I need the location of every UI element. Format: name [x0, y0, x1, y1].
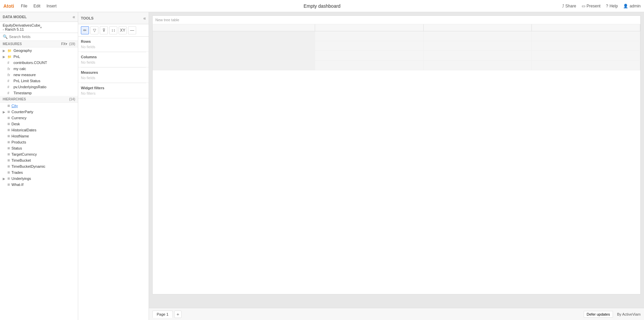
measures-fx-icon[interactable]: fx▾: [61, 42, 67, 46]
table-cell: [424, 41, 532, 51]
hierarchy-icon: ⊞: [7, 128, 10, 132]
table-cell: [532, 31, 640, 41]
hierarchy-icon: ⊞: [7, 177, 10, 180]
collapse-tools-button[interactable]: «: [143, 15, 146, 21]
tree-table: [153, 24, 640, 293]
measure-item-pnl[interactable]: ▶ 📁 PnL: [0, 54, 78, 60]
hash-icon: #: [7, 79, 12, 83]
cube-selector[interactable]: EquityDerivativesCube - Ranch 5.11 ▾: [0, 22, 78, 33]
search-input[interactable]: [9, 35, 75, 39]
hierarchy-icon: ⊞: [7, 110, 10, 114]
sort-button[interactable]: ↕↕: [109, 26, 117, 34]
measure-item-pv-underlyings-ratio[interactable]: # pv.UnderlyingsRatio: [0, 84, 78, 90]
table-cell: [532, 51, 640, 60]
minus-button[interactable]: —: [128, 26, 136, 34]
fx-icon: fx: [7, 73, 12, 77]
data-model-header: DATA MODEL «: [0, 12, 78, 22]
hierarchy-item-products[interactable]: ⊞ Products: [0, 139, 78, 145]
table-cell: [424, 51, 532, 60]
hierarchy-item-historical-dates[interactable]: ⊞ HistoricalDates: [0, 127, 78, 133]
brand-label: By ActiveViam: [617, 312, 641, 316]
table-cell: [153, 51, 315, 60]
help-icon: ?: [606, 4, 608, 8]
defer-updates-button[interactable]: Defer updates: [584, 311, 613, 318]
table-cell: [153, 61, 315, 70]
measure-item-contributors-count[interactable]: # contributors.COUNT: [0, 60, 78, 66]
expander-icon: ▶: [3, 177, 6, 181]
filter-button[interactable]: ▽: [90, 26, 98, 34]
hierarchy-item-desk[interactable]: ⊞ Desk: [0, 121, 78, 127]
nav-file[interactable]: File: [21, 4, 27, 8]
table-cell: [315, 51, 424, 60]
page-tab-1[interactable]: Page 1: [152, 311, 173, 318]
hierarchy-item-target-currency[interactable]: ⊞ TargetCurrency: [0, 151, 78, 157]
search-icon: 🔍: [3, 34, 8, 39]
nav-insert[interactable]: Insert: [47, 4, 57, 8]
hash-icon: #: [7, 61, 12, 65]
col-header-2: [315, 24, 424, 31]
measures-count: (19): [69, 42, 75, 46]
hierarchy-item-currency[interactable]: ⊞ Currency: [0, 115, 78, 121]
hierarchy-icon: ⊞: [7, 171, 10, 174]
measure-item-new-measure[interactable]: fx new measure: [0, 72, 78, 78]
hash-icon: #: [7, 85, 12, 89]
columns-label: Columns: [81, 55, 146, 59]
widget-filters-section: Widget filters No filters: [78, 83, 149, 98]
col-header-3: [424, 24, 532, 31]
hierarchy-item-what-if[interactable]: ⊞ What-If: [0, 182, 78, 188]
columns-empty: No fields: [81, 60, 146, 64]
conditional-filter-button[interactable]: ⊽: [100, 26, 108, 34]
hierarchy-item-trades[interactable]: ⊞ Trades: [0, 169, 78, 175]
measures-list: ▶ 📁 Geography ▶ 📁 PnL # contributors.COU…: [0, 47, 78, 320]
measure-item-pnl-limit-status[interactable]: # PnL Limit Status: [0, 78, 78, 84]
measures-label: MEASURES: [3, 42, 22, 46]
rows-empty: No fields: [81, 45, 146, 49]
present-button[interactable]: ▭ Present: [582, 4, 601, 8]
measure-item-my-calc[interactable]: fx my calc: [0, 66, 78, 72]
tree-table-header: [153, 24, 640, 31]
table-row: [153, 51, 640, 61]
share-button[interactable]: ⤴ Share: [562, 4, 576, 8]
nav-edit[interactable]: Edit: [33, 4, 40, 8]
table-cell: [315, 41, 424, 51]
widget-container: New tree table: [152, 15, 641, 294]
user-icon: 👤: [623, 4, 628, 8]
rows-label: Rows: [81, 39, 146, 43]
hierarchy-item-counterparty[interactable]: ▶ ⊞ CounterParty: [0, 109, 78, 115]
main-layout: DATA MODEL « EquityDerivativesCube - Ran…: [0, 12, 644, 320]
dashboard-title: Empty dashboard: [304, 3, 341, 9]
collapse-left-button[interactable]: «: [72, 14, 75, 20]
hierarchy-icon: ⊞: [7, 183, 10, 186]
hierarchy-item-time-bucket[interactable]: ⊞ TimeBucket: [0, 157, 78, 163]
edit-button[interactable]: ✏: [81, 26, 89, 34]
hierarchy-item-city[interactable]: ⊞ City: [0, 103, 78, 109]
hierarchy-icon: ⊞: [7, 147, 10, 150]
hierarchy-icon: ⊞: [7, 122, 10, 126]
share-icon: ⤴: [562, 4, 564, 8]
hierarchy-item-underlyings[interactable]: ▶ ⊞ Underlyings: [0, 175, 78, 182]
measure-item-geography[interactable]: ▶ 📁 Geography: [0, 47, 78, 54]
canvas-content: New tree table: [149, 12, 644, 308]
measure-item-timestamp[interactable]: # Timestamp: [0, 90, 78, 96]
hierarchy-item-hostname[interactable]: ⊞ HostName: [0, 133, 78, 139]
hierarchy-icon: ⊞: [7, 165, 10, 168]
nav-menu: File Edit Insert: [21, 4, 57, 8]
measures-label-tools: Measures: [81, 70, 146, 74]
user-button[interactable]: 👤 admin: [623, 4, 641, 8]
hierarchy-item-time-bucket-dynamic[interactable]: ⊞ TimeBucketDynamic: [0, 163, 78, 169]
help-button[interactable]: ? Help: [606, 4, 618, 8]
hierarchy-icon: ⊞: [7, 116, 10, 120]
cube-name: EquityDerivativesCube - Ranch 5.11: [3, 23, 40, 31]
nav-actions: ⤴ Share ▭ Present ? Help 👤 admin: [562, 4, 641, 8]
add-page-button[interactable]: +: [174, 311, 182, 318]
expander-icon: ▶: [3, 110, 6, 114]
tools-toolbar: ✏ ▽ ⊽ ↕↕ XY —: [78, 24, 149, 37]
xy-button[interactable]: XY: [119, 26, 127, 34]
canvas-footer: Page 1 + Defer updates By ActiveViam: [149, 308, 644, 320]
hierarchy-item-status[interactable]: ⊞ Status: [0, 145, 78, 151]
widget-filters-empty: No filters: [81, 91, 146, 95]
table-row: [153, 61, 640, 70]
table-row: [153, 41, 640, 51]
tools-label: TOOLS: [81, 16, 94, 20]
tools-panel: TOOLS « ✏ ▽ ⊽ ↕↕ XY — Rows No fields Col…: [78, 12, 149, 320]
